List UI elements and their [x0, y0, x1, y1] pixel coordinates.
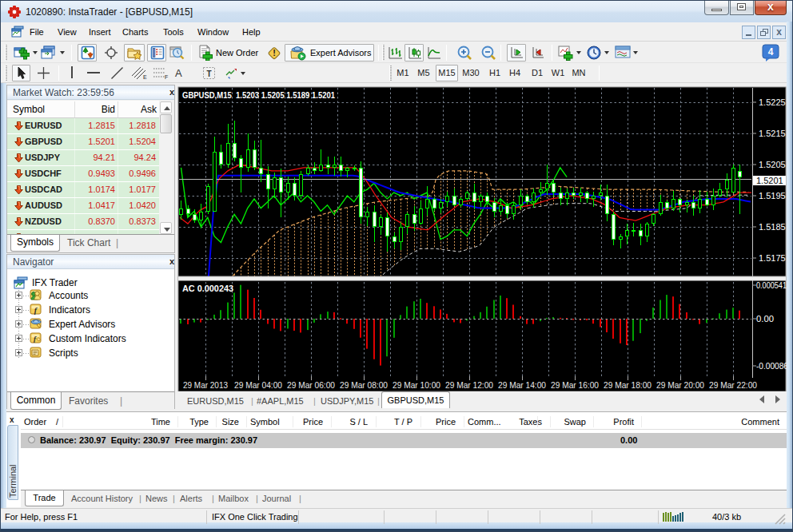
svg-text:1.5205: 1.5205: [759, 160, 786, 169]
svg-text:29 Mar 08:00: 29 Mar 08:00: [340, 380, 388, 390]
svg-text:29 Mar 10:00: 29 Mar 10:00: [393, 380, 440, 390]
svg-text:29 Mar 04:00: 29 Mar 04:00: [234, 380, 282, 390]
svg-text:0.000541: 0.000541: [756, 280, 787, 290]
svg-text:T: T: [206, 69, 211, 78]
svg-text:29 Mar 14:00: 29 Mar 14:00: [498, 380, 546, 390]
svg-text:29 Mar 18:00: 29 Mar 18:00: [604, 380, 652, 390]
svg-text:4: 4: [768, 46, 774, 58]
svg-text:-0.00086: -0.00086: [756, 361, 788, 371]
svg-text:F: F: [165, 74, 168, 80]
svg-text:1.5225: 1.5225: [759, 97, 786, 107]
svg-text:1.5175: 1.5175: [759, 253, 786, 263]
svg-text:29 Mar 06:00: 29 Mar 06:00: [287, 380, 335, 390]
svg-text:0.00: 0.00: [756, 314, 774, 324]
svg-text:29 Mar 2013: 29 Mar 2013: [183, 380, 228, 390]
svg-text:29 Mar 22:00: 29 Mar 22:00: [709, 380, 757, 390]
svg-text:1.5185: 1.5185: [759, 222, 786, 232]
svg-text:29 Mar 12:00: 29 Mar 12:00: [445, 380, 493, 390]
svg-text:1.5215: 1.5215: [759, 129, 786, 138]
svg-text:1.5201: 1.5201: [756, 176, 783, 185]
svg-text:29 Mar 16:00: 29 Mar 16:00: [551, 380, 599, 390]
svg-text:!: !: [273, 48, 276, 58]
svg-text:29 Mar 20:00: 29 Mar 20:00: [656, 380, 704, 390]
svg-text:E: E: [143, 74, 147, 80]
svg-text:AC 0.000243: AC 0.000243: [182, 284, 233, 293]
svg-text:GBPUSD,M15 1.5203 1.5205 1.51: GBPUSD,M15 1.5203 1.5205 1.5189 1.5201: [182, 90, 335, 100]
svg-text:1.5195: 1.5195: [759, 191, 786, 200]
svg-text:Terminal: Terminal: [8, 464, 18, 498]
